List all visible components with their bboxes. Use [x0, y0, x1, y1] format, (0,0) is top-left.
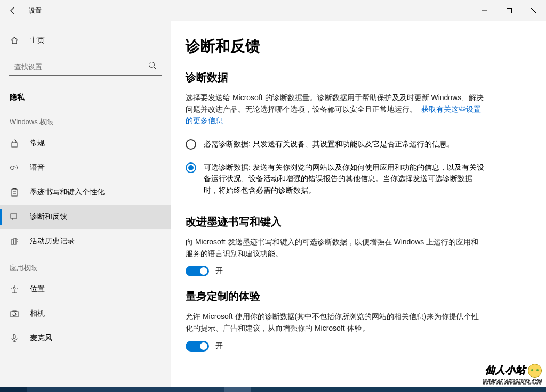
svg-rect-14 [14, 238, 16, 244]
minimize-icon [482, 8, 487, 13]
group-header-apps: 应用权限 [0, 254, 171, 277]
radio-circle-icon [186, 139, 196, 150]
nav-item-general[interactable]: 常规 [0, 131, 171, 156]
svg-rect-20 [13, 311, 16, 312]
radio-optional[interactable]: 可选诊断数据: 发送有关你浏览的网站以及你如何使用应用和功能的信息，以及有关设备… [186, 162, 484, 197]
group-header-windows: Windows 权限 [0, 108, 171, 131]
arrow-left-icon [9, 6, 17, 15]
nav-item-microphone[interactable]: 麦克风 [0, 326, 171, 350]
close-button[interactable] [521, 2, 546, 19]
category-header: 隐私 [0, 85, 171, 108]
tailored-description: 允许 Microsoft 使用你的诊断数据(其中不包括你所浏览的网站的相关信息)… [186, 311, 484, 334]
speech-icon [10, 163, 19, 173]
search-wrap [9, 58, 162, 76]
svg-point-4 [149, 62, 155, 68]
svg-line-5 [154, 67, 157, 70]
svg-point-17 [13, 287, 15, 289]
nav-label: 常规 [30, 138, 45, 148]
nav-item-activity[interactable]: 活动历史记录 [0, 229, 171, 254]
nav-item-diagnostics[interactable]: 诊断和反馈 [0, 205, 171, 229]
toggle-tailored-label: 开 [215, 341, 223, 351]
svg-rect-6 [12, 143, 17, 147]
nav-item-camera[interactable]: 相机 [0, 301, 171, 326]
location-icon [10, 284, 19, 294]
nav-label: 麦克风 [30, 333, 52, 343]
svg-rect-21 [13, 334, 15, 339]
maximize-icon [507, 8, 512, 13]
radio-optional-text: 可选诊断数据: 发送有关你浏览的网站以及你如何使用应用和功能的信息，以及有关设备… [204, 162, 484, 197]
section-heading-diagnostic: 诊断数据 [186, 70, 525, 85]
nav-label: 位置 [30, 284, 45, 294]
inking-description: 向 Microsoft 发送墨迹书写和键入的可选诊断数据，以便增强在 Windo… [186, 236, 484, 259]
radio-required[interactable]: 必需诊断数据: 只发送有关设备、其设置和功能以及它是否正常运行的信息。 [186, 138, 484, 150]
nav-label: 诊断和反馈 [30, 212, 67, 222]
search-icon [148, 61, 157, 72]
maximize-button[interactable] [497, 2, 521, 19]
camera-icon [10, 309, 19, 318]
sidebar: 主页 隐私 Windows 权限 常规 语音 墨迹书写和键入个性化 诊断和反馈 … [0, 21, 171, 387]
nav-label: 墨迹书写和键入个性化 [30, 187, 105, 197]
home-icon [10, 36, 19, 45]
section-heading-inking: 改进墨迹书写和键入 [186, 215, 525, 229]
svg-rect-13 [11, 240, 13, 244]
minimize-button[interactable] [472, 2, 497, 19]
svg-point-7 [11, 166, 14, 170]
home-label: 主页 [30, 36, 45, 45]
nav-item-location[interactable]: 位置 [0, 277, 171, 301]
microphone-icon [10, 333, 19, 343]
home-link[interactable]: 主页 [0, 30, 171, 51]
radio-circle-selected-icon [186, 162, 196, 173]
titlebar: 设置 [0, 0, 546, 21]
nav-label: 相机 [30, 309, 45, 318]
nav-item-inking[interactable]: 墨迹书写和键入个性化 [0, 180, 171, 205]
taskbar[interactable] [0, 387, 546, 392]
page-title: 诊断和反馈 [186, 36, 525, 56]
toggle-inking-label: 开 [215, 266, 223, 276]
svg-point-19 [13, 313, 16, 316]
nav-label: 活动历史记录 [30, 236, 75, 246]
back-button[interactable] [0, 0, 26, 21]
lock-icon [10, 138, 19, 148]
window-title: 设置 [26, 6, 42, 15]
window-controls [472, 2, 546, 19]
nav-item-speech[interactable]: 语音 [0, 156, 171, 180]
diagnostic-description: 选择要发送给 Microsoft 的诊断数据量。诊断数据用于帮助保护及及时更新 … [186, 92, 484, 127]
history-icon [10, 236, 19, 246]
feedback-icon [10, 212, 19, 222]
toggle-inking[interactable] [186, 266, 209, 276]
svg-rect-12 [11, 214, 17, 218]
toggle-tailored[interactable] [186, 341, 209, 352]
section-heading-tailored: 量身定制的体验 [186, 289, 525, 304]
nav-label: 语音 [30, 163, 45, 173]
clipboard-icon [10, 187, 19, 197]
radio-required-text: 必需诊断数据: 只发送有关设备、其设置和功能以及它是否正常运行的信息。 [204, 138, 454, 150]
svg-rect-1 [507, 9, 512, 13]
content-pane: 诊断和反馈 诊断数据 选择要发送给 Microsoft 的诊断数据量。诊断数据用… [171, 21, 546, 387]
close-icon [531, 8, 536, 13]
search-input[interactable] [9, 58, 162, 76]
